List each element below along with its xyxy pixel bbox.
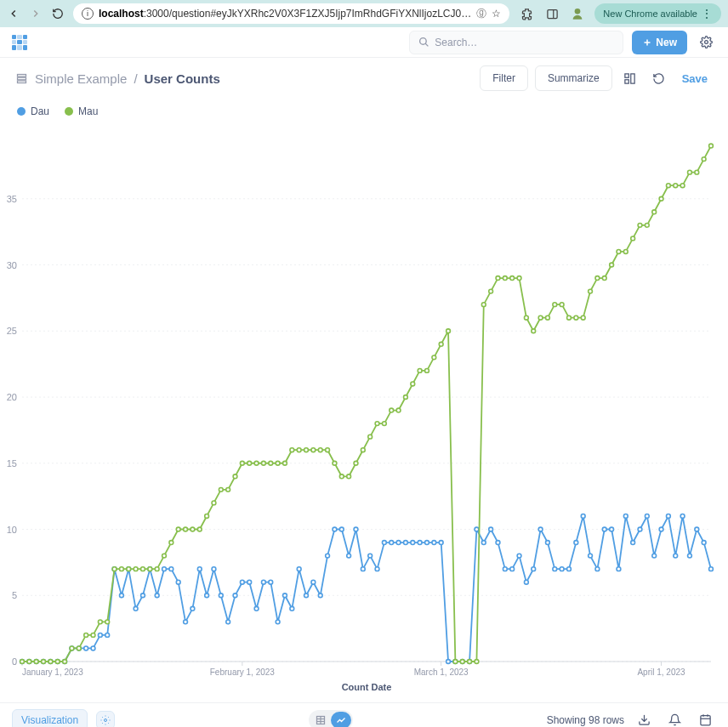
svg-point-204 — [489, 289, 493, 293]
svg-point-115 — [553, 567, 557, 571]
svg-point-51 — [98, 633, 102, 638]
svg-point-71 — [240, 580, 244, 584]
svg-point-173 — [269, 461, 273, 465]
page-title[interactable]: User Counts — [145, 71, 220, 86]
svg-point-181 — [326, 448, 330, 452]
chart-view-button[interactable] — [331, 712, 351, 728]
svg-point-63 — [184, 620, 188, 624]
svg-point-118 — [574, 541, 578, 545]
svg-point-168 — [233, 474, 237, 479]
svg-point-233 — [695, 170, 699, 174]
svg-point-97 — [425, 541, 429, 545]
svg-point-104 — [475, 527, 479, 531]
svg-point-145 — [70, 646, 74, 650]
app-logo[interactable] — [12, 35, 27, 50]
svg-point-126 — [631, 541, 635, 545]
svg-text:30: 30 — [7, 260, 17, 270]
download-button[interactable] — [633, 709, 655, 728]
legend-item-mau[interactable]: Mau — [65, 105, 98, 117]
svg-point-138 — [20, 660, 25, 664]
editor-button[interactable] — [619, 67, 641, 89]
svg-rect-9 — [18, 77, 26, 80]
svg-point-87 — [354, 527, 358, 531]
svg-point-130 — [659, 527, 663, 531]
collection-icon — [15, 72, 28, 85]
svg-point-132 — [674, 554, 678, 558]
svg-point-165 — [212, 501, 216, 505]
svg-point-65 — [197, 567, 202, 571]
svg-point-111 — [524, 580, 528, 584]
svg-point-99 — [439, 541, 443, 545]
visualization-settings-button[interactable] — [96, 711, 115, 728]
svg-point-117 — [567, 567, 572, 571]
svg-point-120 — [589, 554, 593, 558]
svg-point-161 — [184, 527, 188, 531]
breadcrumb-collection[interactable]: Simple Example — [35, 71, 127, 86]
refresh-button[interactable] — [648, 67, 670, 89]
svg-point-227 — [652, 210, 657, 214]
app-footer: Visualization Showing 98 rows — [0, 702, 728, 727]
svg-point-109 — [510, 567, 515, 571]
url-text: localhost:3000/question#eyJkYXRhc2V0X3F1… — [99, 8, 471, 20]
translate-icon[interactable]: ⓖ — [476, 7, 486, 21]
svg-point-80 — [304, 594, 309, 598]
filter-button[interactable]: Filter — [480, 65, 528, 91]
svg-point-61 — [169, 567, 173, 571]
svg-point-194 — [418, 369, 422, 373]
svg-point-174 — [276, 461, 280, 465]
svg-point-234 — [702, 157, 706, 162]
svg-text:15: 15 — [7, 458, 17, 469]
table-view-button[interactable] — [310, 712, 331, 728]
new-button[interactable]: New — [632, 31, 687, 54]
svg-point-221 — [610, 263, 614, 267]
svg-point-136 — [702, 541, 706, 545]
svg-point-182 — [333, 461, 337, 465]
browser-toolbar: i localhost:3000/question#eyJkYXRhc2V0X3… — [0, 0, 728, 27]
svg-point-211 — [538, 315, 543, 320]
svg-point-128 — [645, 514, 649, 519]
chrome-update-pill[interactable]: New Chrome available⋮ — [594, 3, 721, 24]
address-bar[interactable]: i localhost:3000/question#eyJkYXRhc2V0X3… — [73, 3, 509, 24]
summarize-button[interactable]: Summarize — [535, 65, 612, 91]
svg-point-77 — [283, 594, 287, 598]
panel-icon[interactable] — [543, 5, 560, 22]
svg-point-162 — [191, 527, 195, 531]
settings-button[interactable] — [696, 32, 716, 53]
svg-point-167 — [226, 487, 230, 491]
svg-point-189 — [382, 422, 386, 426]
svg-point-149 — [98, 620, 102, 624]
svg-point-134 — [688, 554, 692, 558]
svg-point-95 — [411, 541, 415, 545]
forward-button[interactable] — [29, 7, 43, 20]
svg-point-222 — [617, 250, 621, 254]
chart-area[interactable]: 05101520253035January 1, 2023February 1,… — [0, 124, 728, 702]
svg-point-127 — [638, 527, 642, 531]
reload-button[interactable] — [51, 7, 65, 20]
profile-icon[interactable] — [569, 5, 586, 22]
svg-point-106 — [489, 527, 493, 531]
bookmark-icon[interactable]: ☆ — [492, 8, 501, 20]
svg-point-180 — [318, 448, 322, 452]
svg-point-220 — [602, 276, 606, 281]
alerts-button[interactable] — [663, 709, 685, 728]
svg-point-60 — [162, 567, 167, 571]
svg-point-139 — [27, 660, 31, 664]
save-button[interactable]: Save — [677, 72, 713, 85]
visualization-button[interactable]: Visualization — [12, 709, 88, 728]
svg-rect-0 — [548, 9, 557, 18]
search-input[interactable]: Search… — [409, 31, 623, 54]
svg-point-133 — [680, 514, 685, 519]
legend-item-dau[interactable]: Dau — [17, 105, 49, 117]
svg-text:March 1, 2023: March 1, 2023 — [414, 667, 469, 677]
svg-point-210 — [532, 329, 536, 333]
svg-point-7 — [704, 41, 708, 44]
svg-text:April 1, 2023: April 1, 2023 — [637, 667, 685, 677]
calendar-button[interactable] — [694, 709, 716, 728]
extensions-icon[interactable] — [518, 5, 535, 22]
site-info-icon[interactable]: i — [82, 8, 94, 20]
svg-point-191 — [396, 408, 401, 412]
back-button[interactable] — [7, 7, 20, 20]
svg-point-185 — [354, 461, 358, 465]
svg-point-100 — [446, 660, 451, 664]
svg-point-160 — [176, 527, 180, 531]
